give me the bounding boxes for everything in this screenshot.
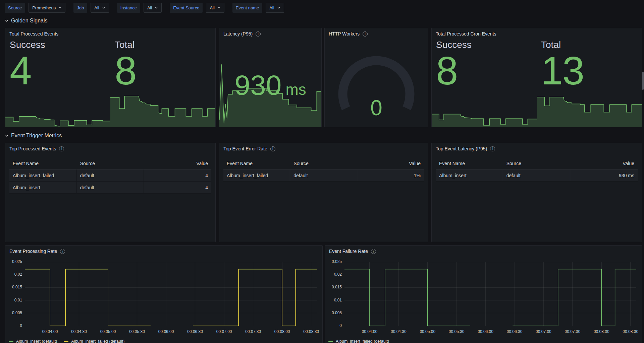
table-header: Event NameSourceValue: [223, 158, 424, 169]
variable-job: JobAll: [73, 3, 109, 13]
variable-value-dropdown[interactable]: All: [266, 3, 284, 13]
info-icon[interactable]: i: [256, 31, 261, 37]
x-axis-tick: 00:07:00: [212, 329, 236, 334]
panel-header[interactable]: Top Event Latency (P95) i: [432, 143, 642, 154]
column-header-value[interactable]: Value: [144, 161, 211, 166]
y-axis-tick: 0.015: [5, 285, 22, 289]
plot-area[interactable]: [25, 262, 317, 326]
stat-value: 13: [541, 52, 642, 90]
table-cell: Album_insert: [9, 182, 77, 193]
chevron-down-icon: [58, 6, 62, 9]
table-cell: Album_insert: [436, 169, 503, 181]
info-icon[interactable]: i: [59, 146, 64, 151]
variable-instance: InstanceAll: [117, 3, 162, 13]
panel-top-processed-events: Top Processed Events i Event NameSourceV…: [5, 143, 216, 242]
legend-item[interactable]: Album_insert (default): [9, 339, 57, 343]
panel-header[interactable]: Latency (P95) i: [219, 28, 321, 40]
x-axis-tick: 00:04:00: [358, 329, 382, 334]
legend-item[interactable]: Album_insert_failed (default): [328, 339, 389, 343]
x-axis-tick: 00:06:30: [183, 329, 207, 334]
stat-value: 8: [115, 52, 215, 90]
table: Event NameSourceValue Album_insertdefaul…: [436, 158, 638, 182]
panel-title: Total Processed Cron Events: [436, 31, 496, 37]
scrollbar-thumb[interactable]: [642, 72, 644, 90]
panel-title: Event Processing Rate: [9, 249, 57, 254]
variable-label: Event Source: [170, 3, 203, 13]
sparkline: [537, 95, 642, 127]
x-axis-tick: 00:08:00: [270, 329, 294, 334]
panel-http-workers: HTTP Workers i 0: [324, 28, 428, 127]
x-axis-tick: 00:08:30: [619, 329, 643, 334]
latency-value: 930ms: [219, 71, 321, 99]
variable-value-dropdown[interactable]: Prometheus: [29, 3, 65, 13]
x-axis-tick: 00:07:30: [241, 329, 265, 334]
section-title: Event Trigger Metrics: [11, 133, 62, 139]
x-axis-tick: 00:05:00: [416, 329, 440, 334]
table-cell: default: [503, 169, 571, 181]
column-header-event-name[interactable]: Event Name: [436, 161, 503, 166]
chevron-down-icon: [5, 134, 9, 138]
plot-area[interactable]: [344, 262, 636, 326]
column-header-source[interactable]: Source: [77, 161, 144, 166]
table-body: Album_insert_faileddefault4Album_insertd…: [9, 169, 211, 194]
panel-event-processing-rate: Event Processing Rate i Album_insert (de…: [5, 245, 323, 343]
panel-header[interactable]: HTTP Workers i: [325, 28, 428, 40]
table-row: Album_insert_faileddefault4: [9, 169, 211, 182]
info-icon[interactable]: i: [363, 31, 368, 37]
stat-row: Success 8 Total 13: [432, 40, 642, 127]
variables-bar: SourcePrometheusJobAllInstanceAllEvent S…: [5, 3, 284, 13]
variable-event-name: Event nameAll: [232, 3, 284, 13]
variable-value: Prometheus: [32, 5, 56, 10]
legend-label: Album_insert_failed (default): [336, 339, 389, 343]
panel-header[interactable]: Total Processed Cron Events: [432, 28, 642, 40]
stat-value: 8: [436, 52, 537, 90]
info-icon[interactable]: i: [490, 146, 495, 151]
row-header-golden-signals[interactable]: Golden Signals: [5, 18, 48, 24]
column-header-source[interactable]: Source: [503, 161, 571, 166]
legend-item[interactable]: Album_insert_failed (default): [64, 339, 124, 343]
panel-top-event-latency: Top Event Latency (P95) i Event NameSour…: [431, 143, 642, 242]
variable-event-source: Event SourceAll: [170, 3, 224, 13]
column-header-value[interactable]: Value: [570, 161, 638, 166]
stat-success: Success 4: [5, 40, 110, 127]
panel-header[interactable]: Event Processing Rate i: [5, 246, 322, 257]
column-header-event-name[interactable]: Event Name: [9, 161, 77, 166]
column-header-source[interactable]: Source: [290, 161, 357, 166]
y-axis-tick: 0.005: [325, 311, 342, 315]
column-header-value[interactable]: Value: [357, 161, 424, 166]
panel-header[interactable]: Event Failure Rate i: [325, 246, 642, 257]
table-cell: 1%: [357, 169, 424, 181]
panel-title: Total Processed Events: [9, 31, 58, 37]
info-icon[interactable]: i: [60, 249, 65, 254]
y-axis-tick: 0.025: [325, 259, 342, 264]
x-axis-tick: 00:04:30: [386, 329, 411, 334]
variable-value: All: [269, 5, 274, 10]
info-icon[interactable]: i: [371, 249, 376, 254]
column-header-event-name[interactable]: Event Name: [223, 161, 290, 166]
sparkline: [110, 95, 215, 127]
x-axis-tick: 00:06:00: [154, 329, 178, 334]
sparkline: [432, 106, 537, 127]
variable-value-dropdown[interactable]: All: [91, 3, 109, 13]
panel-title: Event Failure Rate: [329, 249, 368, 254]
stat-total: Total 13: [537, 40, 642, 127]
variable-value-dropdown[interactable]: All: [144, 3, 162, 13]
gauge-value: 0: [370, 96, 382, 120]
panel-header[interactable]: Top Event Error Rate i: [219, 143, 428, 154]
legend-swatch: [9, 341, 13, 342]
variable-label: Source: [5, 3, 25, 13]
info-icon[interactable]: i: [270, 146, 275, 151]
stat-success: Success 8: [432, 40, 537, 127]
y-axis-tick: 0: [5, 323, 22, 328]
y-axis-tick: 0.015: [325, 285, 342, 289]
row-header-event-trigger-metrics[interactable]: Event Trigger Metrics: [5, 133, 62, 139]
panel-latency-p95: Latency (P95) i 930ms: [219, 28, 322, 127]
panel-header[interactable]: Top Processed Events i: [5, 143, 215, 154]
timeseries-chart: Album_insert_failed (default) 00.0050.01…: [325, 257, 642, 343]
table: Event NameSourceValue Album_insert_faile…: [9, 158, 211, 194]
x-axis-tick: 00:05:30: [125, 329, 149, 334]
x-axis-tick: 00:04:00: [38, 329, 62, 334]
panel-header[interactable]: Total Processed Events: [5, 28, 215, 40]
variable-value-dropdown[interactable]: All: [206, 3, 224, 13]
panel-title: Latency (P95): [223, 31, 253, 37]
